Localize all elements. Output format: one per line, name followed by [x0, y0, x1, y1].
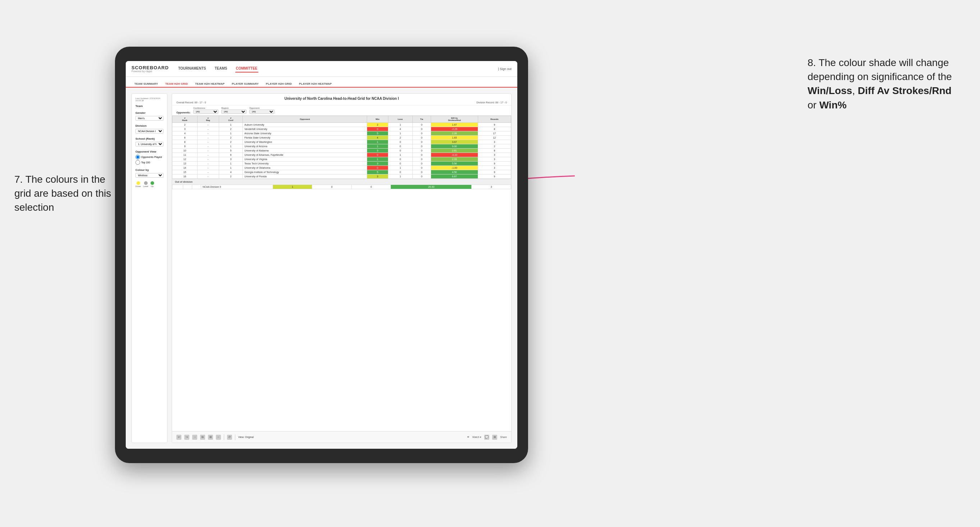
- undo-icon[interactable]: ↩: [177, 435, 181, 440]
- opponent-filter-label: Opponent: [249, 107, 274, 109]
- division-select[interactable]: NCAA Division I: [135, 129, 164, 133]
- nav-teams[interactable]: TEAMS: [214, 65, 228, 73]
- cell-tie: 0: [412, 175, 431, 179]
- od-win: 1: [273, 185, 312, 189]
- view-label[interactable]: View: Original: [238, 436, 254, 438]
- sub-nav-team-h2h-grid[interactable]: TEAM H2H GRID: [162, 81, 191, 87]
- watch-label[interactable]: Watch ▾: [473, 436, 482, 439]
- comment-icon[interactable]: 💬: [484, 435, 489, 440]
- cell-name: Arizona State University: [243, 132, 367, 136]
- watch-icon: 👁: [467, 436, 469, 438]
- cell-diff: -4.33: [431, 153, 478, 157]
- table-row: 14 - 1 University of Oklahoma 0 1 0 -1.0…: [172, 166, 511, 170]
- cell-rounds: 3: [478, 153, 511, 157]
- grid-header: University of North Carolina Head-to-Hea…: [172, 94, 511, 106]
- radio-top100[interactable]: Top 100: [135, 160, 164, 165]
- conference-filter: Conference (All): [193, 107, 218, 114]
- school-select[interactable]: 1. University of Nort...: [135, 142, 164, 146]
- nav-tournaments[interactable]: TOURNAMENTS: [177, 65, 207, 73]
- cell-tie: 0: [412, 136, 431, 140]
- colour-by-select[interactable]: Win/loss: [135, 173, 164, 178]
- sub-nav-team-summary[interactable]: TEAM SUMMARY: [132, 81, 161, 87]
- col-opponent: Opponent: [243, 116, 367, 123]
- od-rank: [172, 185, 183, 189]
- cell-diff: 5.56: [431, 162, 478, 166]
- cell-tie: 0: [412, 166, 431, 170]
- cell-loss: 0: [388, 162, 412, 166]
- toolbar-sep2: [235, 434, 235, 440]
- cell-win: 3: [367, 175, 388, 179]
- sub-nav-player-summary[interactable]: PLAYER SUMMARY: [229, 81, 261, 87]
- out-division-header: Out of division: [172, 179, 511, 184]
- table-row: 11 - 6 University of Arkansas, Fayettevi…: [172, 153, 511, 157]
- cell-name: Auburn University: [243, 123, 367, 127]
- opponent-view-radio-group: Opponents Played Top 100: [135, 155, 164, 165]
- legend-down-dot: [137, 181, 140, 185]
- cell-rounds: 2: [478, 144, 511, 149]
- cell-rank: 2: [172, 123, 197, 127]
- division-record: Division Record: 88 - 17 - 0: [476, 101, 507, 104]
- od-diff: 26.00: [391, 185, 472, 189]
- cell-rounds: 8: [478, 127, 511, 132]
- sub-nav-player-h2h-grid[interactable]: PLAYER H2H GRID: [263, 81, 294, 87]
- redo-icon[interactable]: ↪: [184, 435, 189, 440]
- cell-loss: 1: [388, 175, 412, 179]
- opponent-view-label: Opponent View: [135, 150, 164, 153]
- legend-up-dot: [151, 181, 154, 185]
- minus-icon[interactable]: −: [216, 435, 221, 440]
- table-row: 13 - 1 Texas Tech University 3 0 0 5.56 …: [172, 162, 511, 166]
- opponent-select[interactable]: (All): [249, 110, 274, 114]
- forward-icon[interactable]: →: [192, 435, 197, 440]
- legend-level-dot: [144, 181, 148, 185]
- cell-reg: -: [197, 123, 219, 127]
- cell-loss: 0: [388, 149, 412, 153]
- team-section: Team: [135, 105, 164, 108]
- sign-out-link[interactable]: | Sign out: [498, 67, 512, 71]
- nav-committee[interactable]: COMMITTEE: [235, 65, 258, 73]
- copy-icon[interactable]: ⧉: [200, 435, 205, 440]
- cell-win: 4: [367, 136, 388, 140]
- cell-diff: 1.67: [431, 123, 478, 127]
- out-division-table: NCAA Division II 1 0 0 26.00 3: [172, 184, 511, 189]
- grid-area: University of North Carolina Head-to-Hea…: [172, 93, 512, 443]
- conference-select[interactable]: (All): [193, 110, 218, 114]
- cell-win: 3: [367, 149, 388, 153]
- gender-label: Gender: [135, 111, 164, 114]
- cell-win: 5: [367, 170, 388, 175]
- overall-record: Overall Record: 89 - 17 - 0: [177, 101, 206, 104]
- sub-nav-team-h2h-heatmap[interactable]: TEAM H2H HEATMAP: [192, 81, 228, 87]
- radio-opponents-played[interactable]: Opponents Played: [135, 155, 164, 159]
- cell-diff: 2.33: [431, 157, 478, 162]
- cell-conf: 1: [219, 166, 243, 170]
- region-filter: Region (All): [221, 107, 247, 114]
- cell-tie: 0: [412, 162, 431, 166]
- od-name: NCAA Division II: [201, 185, 273, 189]
- table-header-row: #Rank #Reg #Conf Opponent Win Loss Tie D…: [172, 116, 511, 123]
- region-select[interactable]: (All): [221, 110, 247, 114]
- cell-rank: 9: [172, 144, 197, 149]
- cell-reg: -: [197, 127, 219, 132]
- cell-reg: -: [197, 166, 219, 170]
- grid-icon[interactable]: ⊞: [208, 435, 213, 440]
- grid-title: University of North Carolina Head-to-Hea…: [177, 97, 507, 100]
- cell-name: University of Arizona: [243, 144, 367, 149]
- cell-name: University of Washington: [243, 140, 367, 144]
- present-icon[interactable]: ⊞: [492, 435, 497, 440]
- cell-tie: 0: [412, 153, 431, 157]
- logo-area: SCOREBOARD Powered by clippd: [132, 65, 169, 73]
- table-row: 15 - 4 Georgia Institute of Technology 5…: [172, 170, 511, 175]
- opponent-view-section: Opponent View Opponents Played Top 100: [135, 150, 164, 165]
- sub-nav-player-h2h-heatmap[interactable]: PLAYER H2H HEATMAP: [296, 81, 334, 87]
- tablet-device: SCOREBOARD Powered by clippd TOURNAMENTS…: [115, 47, 528, 463]
- gender-select[interactable]: Men's: [135, 116, 164, 121]
- table-row: 4 - 1 Arizona State University 5 1 0 2.2…: [172, 132, 511, 136]
- main-nav: TOURNAMENTS TEAMS COMMITTEE: [177, 65, 489, 73]
- legend: Down Level Up: [135, 181, 164, 187]
- col-reg: #Reg: [197, 116, 219, 123]
- clock-icon[interactable]: ⏱: [227, 435, 232, 440]
- share-label[interactable]: Share: [500, 436, 507, 438]
- cell-rank: 16: [172, 175, 197, 179]
- cell-loss: 0: [388, 157, 412, 162]
- opponents-label: Opponents:: [177, 111, 190, 114]
- cell-reg: -: [197, 132, 219, 136]
